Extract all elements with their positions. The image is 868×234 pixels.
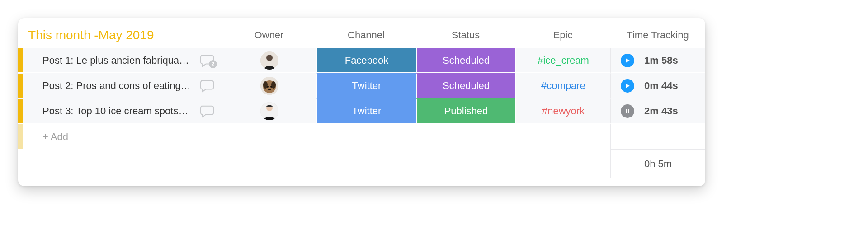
play-icon[interactable] bbox=[621, 54, 634, 67]
column-headers: This month -May 2019 Owner Channel Statu… bbox=[18, 23, 705, 48]
col-epic[interactable]: Epic bbox=[515, 23, 610, 48]
owner-cell[interactable] bbox=[222, 98, 316, 124]
group-color-bar bbox=[18, 99, 23, 123]
item-name[interactable]: Post 3: Top 10 ice cream spots i… bbox=[42, 105, 193, 117]
channel-cell[interactable]: Twitter bbox=[316, 73, 416, 98]
table-row[interactable]: Post 3: Top 10 ice cream spots i… Twitte… bbox=[18, 98, 705, 124]
group-footer: 0h 5m bbox=[18, 149, 705, 178]
status-cell[interactable]: Scheduled bbox=[416, 73, 515, 98]
add-row[interactable]: + Add bbox=[18, 124, 705, 149]
col-status[interactable]: Status bbox=[416, 23, 515, 48]
status-cell[interactable]: Scheduled bbox=[416, 48, 515, 73]
status-label: Scheduled bbox=[443, 55, 490, 66]
channel-label: Twitter bbox=[352, 80, 382, 92]
item-name[interactable]: Post 2: Pros and cons of eating i… bbox=[42, 80, 193, 92]
group-color-bar bbox=[18, 124, 23, 149]
add-item-label[interactable]: + Add bbox=[42, 131, 222, 143]
pause-icon[interactable] bbox=[621, 104, 634, 118]
epic-cell[interactable]: #compare bbox=[515, 73, 610, 98]
channel-label: Twitter bbox=[352, 105, 382, 117]
epic-label: #newyork bbox=[542, 105, 585, 117]
avatar[interactable] bbox=[260, 102, 278, 120]
chat-bubble-icon[interactable] bbox=[200, 104, 215, 118]
time-tracking-cell[interactable]: 2m 43s bbox=[610, 98, 705, 124]
channel-cell[interactable]: Facebook bbox=[316, 48, 416, 73]
channel-cell[interactable]: Twitter bbox=[316, 98, 416, 124]
epic-cell[interactable]: #newyork bbox=[515, 98, 610, 124]
item-name[interactable]: Post 1: Le plus ancien fabriquant… bbox=[42, 55, 193, 66]
status-label: Published bbox=[444, 105, 488, 117]
time-value: 0m 44s bbox=[644, 80, 678, 92]
epic-label: #compare bbox=[541, 80, 585, 92]
time-tracking-cell[interactable]: 0m 44s bbox=[610, 73, 705, 98]
col-time[interactable]: Time Tracking bbox=[610, 23, 705, 48]
time-value: 2m 43s bbox=[644, 105, 678, 117]
table-row[interactable]: Post 1: Le plus ancien fabriquant… 2 Fac… bbox=[18, 48, 705, 73]
chat-bubble-icon[interactable]: 2 bbox=[200, 54, 215, 67]
avatar[interactable] bbox=[260, 77, 278, 95]
board-group: This month -May 2019 Owner Channel Statu… bbox=[18, 18, 705, 186]
channel-label: Facebook bbox=[345, 55, 389, 66]
play-icon[interactable] bbox=[621, 79, 634, 93]
time-tracking-total: 0h 5m bbox=[610, 149, 705, 178]
chat-bubble-icon[interactable] bbox=[200, 79, 215, 93]
chat-count-badge: 2 bbox=[209, 60, 217, 68]
table-row[interactable]: Post 2: Pros and cons of eating i… Twitt… bbox=[18, 73, 705, 98]
col-owner[interactable]: Owner bbox=[222, 23, 316, 48]
status-cell[interactable]: Published bbox=[416, 98, 515, 124]
owner-cell[interactable] bbox=[222, 48, 316, 73]
owner-cell[interactable] bbox=[222, 73, 316, 98]
time-value: 1m 58s bbox=[644, 55, 678, 66]
time-tracking-cell[interactable]: 1m 58s bbox=[610, 48, 705, 73]
group-color-bar bbox=[18, 74, 23, 98]
epic-label: #ice_cream bbox=[538, 55, 589, 66]
epic-cell[interactable]: #ice_cream bbox=[515, 48, 610, 73]
status-label: Scheduled bbox=[443, 80, 490, 92]
avatar[interactable] bbox=[260, 51, 278, 70]
group-title[interactable]: This month -May 2019 bbox=[18, 23, 222, 48]
group-color-bar bbox=[18, 48, 23, 72]
col-channel[interactable]: Channel bbox=[316, 23, 416, 48]
